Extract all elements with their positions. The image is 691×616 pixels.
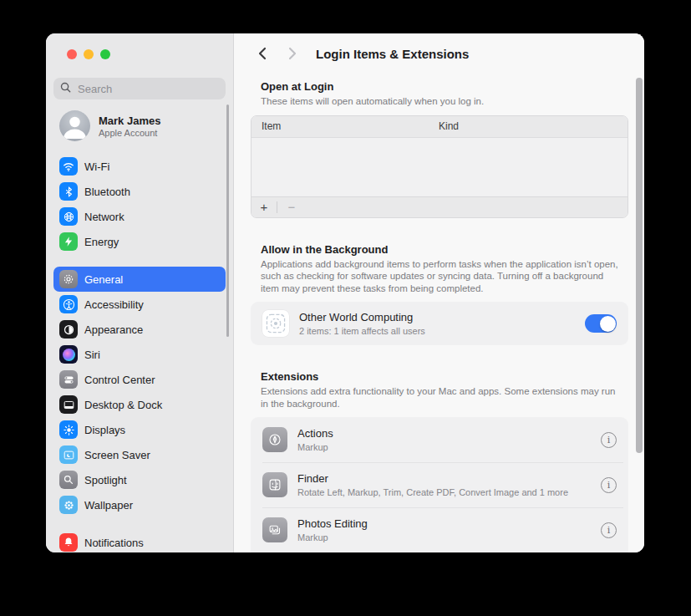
sidebar-item-wifi[interactable]: Wi-Fi <box>53 154 226 179</box>
sidebar-item-label: Displays <box>84 424 125 436</box>
sidebar-item-label: General <box>84 273 123 286</box>
table-header-row: Item Kind <box>252 116 627 138</box>
remove-login-item-button[interactable]: − <box>277 197 306 217</box>
extension-detail: Markup <box>297 532 368 543</box>
bluetooth-icon <box>59 182 78 201</box>
sidebar-item-label: Screen Saver <box>84 449 150 461</box>
back-button[interactable] <box>252 43 272 64</box>
add-login-item-button[interactable]: + <box>252 197 277 217</box>
sidebar-item-accessibility[interactable]: Accessibility <box>53 292 226 317</box>
control-center-icon <box>59 370 78 389</box>
extensions-card: Actions Markup i Finder Rotate Left, Mar… <box>251 417 628 552</box>
sidebar-item-label: Appearance <box>84 323 143 336</box>
bell-icon <box>59 533 78 552</box>
siri-icon <box>59 345 78 364</box>
open-at-login-description: These items will open automatically when… <box>261 95 621 108</box>
open-at-login-table: Item Kind + − <box>251 115 628 218</box>
sidebar-item-label: Bluetooth <box>84 186 130 198</box>
flower-icon <box>59 496 78 514</box>
sidebar-item-appearance[interactable]: Appearance <box>53 317 226 342</box>
sidebar-item-general[interactable]: General <box>53 267 226 292</box>
sidebar-item-label: Control Center <box>84 374 155 386</box>
sidebar-item-label: Wi-Fi <box>84 160 109 173</box>
bolt-icon <box>59 232 78 251</box>
table-footer: + − <box>252 196 627 217</box>
extension-name: Finder <box>297 472 568 486</box>
sidebar-item-energy[interactable]: Energy <box>53 229 226 254</box>
page-title: Login Items & Extensions <box>316 47 469 61</box>
extension-row-finder[interactable]: Finder Rotate Left, Markup, Trim, Create… <box>251 462 628 507</box>
photos-editing-extension-icon <box>262 517 287 542</box>
sidebar-item-desktop-dock[interactable]: Desktop & Dock <box>53 392 226 417</box>
content-pane: Login Items & Extensions Open at Login T… <box>234 33 644 552</box>
sidebar-item-screen-saver[interactable]: Screen Saver <box>53 442 226 467</box>
sidebar-item-label: Spotlight <box>84 474 127 486</box>
account-subtitle: Apple Account <box>99 128 160 138</box>
accessibility-icon <box>59 295 78 313</box>
info-icon[interactable]: i <box>601 477 617 493</box>
extension-name: Photos Editing <box>297 517 368 531</box>
extension-detail: Markup <box>297 442 333 453</box>
sidebar-item-displays[interactable]: Displays <box>53 417 226 442</box>
desktop-dock-icon <box>59 395 78 414</box>
apple-account-item[interactable]: Mark James Apple Account <box>59 110 226 141</box>
table-empty-body[interactable] <box>252 138 627 196</box>
extensions-description: Extensions add extra functionality to yo… <box>261 385 621 410</box>
extension-name: Actions <box>297 427 333 440</box>
window-controls <box>46 33 233 59</box>
sidebar-item-wallpaper[interactable]: Wallpaper <box>53 492 226 517</box>
avatar <box>59 110 90 141</box>
wifi-icon <box>59 157 78 176</box>
sidebar-item-label: Siri <box>84 349 100 361</box>
actions-extension-icon <box>262 427 287 452</box>
sidebar-item-spotlight[interactable]: Spotlight <box>53 467 226 492</box>
magnifier-icon <box>59 471 78 489</box>
sidebar-item-bluetooth[interactable]: Bluetooth <box>53 179 226 204</box>
background-items-card: Other World Computing 2 items: 1 item af… <box>251 302 628 345</box>
search-icon <box>60 81 71 96</box>
sidebar-scrollbar[interactable] <box>226 104 229 337</box>
sidebar-item-siri[interactable]: Siri <box>53 342 226 367</box>
search-input[interactable] <box>76 82 219 96</box>
sidebar-item-label: Energy <box>84 236 119 248</box>
allow-background-heading: Allow in the Background <box>261 243 644 256</box>
globe-icon <box>59 207 78 226</box>
close-button[interactable] <box>67 49 77 59</box>
background-item-toggle[interactable] <box>585 314 617 333</box>
background-item-row: Other World Computing 2 items: 1 item af… <box>251 302 628 345</box>
content-header: Login Items & Extensions <box>234 33 644 74</box>
extension-row-photos-editing[interactable]: Photos Editing Markup i <box>251 507 628 552</box>
sidebar-item-label: Wallpaper <box>84 499 133 512</box>
sidebar-item-notifications[interactable]: Notifications <box>53 530 226 552</box>
minimize-button[interactable] <box>84 49 94 59</box>
info-icon[interactable]: i <box>601 432 617 448</box>
forward-button[interactable] <box>282 43 302 64</box>
sidebar-item-control-center[interactable]: Control Center <box>53 367 226 392</box>
sidebar-item-network[interactable]: Network <box>53 204 226 229</box>
extension-row-actions[interactable]: Actions Markup i <box>251 417 628 462</box>
appearance-icon <box>59 320 78 339</box>
column-header-item: Item <box>252 120 439 132</box>
open-at-login-heading: Open at Login <box>261 80 644 93</box>
account-name: Mark James <box>99 115 160 128</box>
zoom-button[interactable] <box>100 49 110 59</box>
settings-scroll-area: Open at Login These items will open auto… <box>234 80 644 552</box>
sidebar-item-label: Desktop & Dock <box>84 399 162 411</box>
desktop-background: Mark James Apple Account Wi-Fi <box>0 0 691 616</box>
background-item-detail: 2 items: 1 item affects all users <box>299 326 425 337</box>
gear-icon <box>59 270 78 288</box>
system-settings-window: Mark James Apple Account Wi-Fi <box>46 33 644 552</box>
search-field[interactable] <box>53 78 226 99</box>
sidebar-item-label: Accessibility <box>84 298 144 311</box>
settings-nav: Wi-Fi Bluetooth Network <box>46 154 233 552</box>
column-header-kind: Kind <box>439 120 459 132</box>
extensions-heading: Extensions <box>261 370 644 383</box>
content-scrollbar[interactable] <box>636 78 643 453</box>
sun-icon <box>59 420 78 439</box>
toggle-knob <box>600 316 616 332</box>
sidebar-item-label: Notifications <box>84 537 144 549</box>
info-icon[interactable]: i <box>601 522 617 538</box>
owc-app-icon <box>262 310 289 337</box>
allow-background-description: Applications add background items to per… <box>261 258 621 295</box>
finder-extension-icon <box>262 472 287 497</box>
